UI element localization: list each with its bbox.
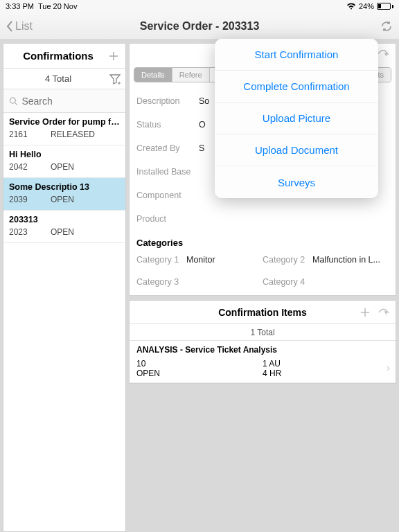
- item-title: ANALYSIS - Service Ticket Analysis: [136, 345, 389, 355]
- label-categories: Categories: [130, 231, 396, 251]
- sidebar-count: 4 Total: [8, 73, 109, 84]
- battery-icon: [377, 3, 393, 10]
- status-date: Tue 20 Nov: [38, 2, 77, 10]
- label-product: Product: [136, 214, 199, 224]
- filter-button[interactable]: [109, 73, 121, 85]
- sidebar-item[interactable]: 203313 2023OPEN: [3, 211, 125, 243]
- value-cat1: Monitor: [186, 255, 263, 265]
- share-items-button[interactable]: [378, 307, 390, 318]
- confirmation-item-row[interactable]: ANALYSIS - Service Ticket Analysis 101 A…: [130, 341, 396, 383]
- sidebar-item[interactable]: Service Order for pump fix FO... 2161REL…: [3, 113, 125, 145]
- popover-upload-picture[interactable]: Upload Picture: [215, 103, 378, 134]
- funnel-icon: [109, 73, 121, 85]
- share-icon: [378, 307, 390, 318]
- popover-complete-confirmation[interactable]: Complete Confirmation: [215, 71, 378, 103]
- sidebar-item-title: 203313: [9, 215, 120, 224]
- chevron-left-icon: [6, 20, 14, 33]
- popover-start-confirmation[interactable]: Start Confirmation: [215, 39, 378, 71]
- tab-references[interactable]: Refere: [172, 68, 210, 82]
- label-status: Status: [136, 120, 199, 130]
- label-cat3: Category 3: [136, 277, 186, 287]
- nav-bar: List Service Order - 203313: [0, 12, 399, 40]
- label-cat4: Category 4: [263, 277, 312, 287]
- value-cat2: Malfunction in L...: [312, 255, 389, 265]
- refresh-button[interactable]: [380, 19, 393, 33]
- plus-icon: [107, 50, 120, 62]
- sidebar-item[interactable]: Some Descriptio 13 2039OPEN: [3, 178, 125, 211]
- refresh-icon: [380, 19, 393, 33]
- wifi-icon: [346, 3, 356, 10]
- sidebar-title: Confirmations: [9, 50, 107, 62]
- items-total: 1 Total: [130, 324, 396, 341]
- sidebar-item-title: Some Descriptio 13: [9, 182, 120, 192]
- search-icon: [9, 96, 17, 106]
- back-button[interactable]: List: [6, 20, 33, 33]
- sidebar-item-title: Hi Hello: [9, 150, 120, 159]
- items-title: Confirmation Items: [218, 307, 307, 318]
- label-component: Component: [136, 190, 199, 200]
- add-confirmation-button[interactable]: [107, 50, 120, 62]
- value-status: O: [199, 120, 206, 130]
- value-description: So: [199, 96, 209, 106]
- sidebar-item-title: Service Order for pump fix FO...: [9, 117, 120, 127]
- action-popover: Start Confirmation Complete Confirmation…: [215, 39, 378, 198]
- label-cat2: Category 2: [263, 255, 312, 265]
- label-installed-base: Installed Base: [136, 167, 199, 177]
- label-description: Description: [136, 96, 199, 106]
- battery-percent: 24%: [359, 2, 374, 10]
- chevron-right-icon: ›: [387, 362, 390, 374]
- plus-icon: [360, 307, 371, 318]
- popover-surveys[interactable]: Surveys: [215, 166, 378, 198]
- tab-details[interactable]: Details: [134, 68, 172, 82]
- search-input[interactable]: [21, 96, 120, 107]
- search-row: [3, 89, 125, 113]
- back-label: List: [15, 20, 33, 33]
- svg-point-0: [10, 98, 15, 103]
- value-createdby: S: [199, 143, 204, 153]
- share-icon: [376, 48, 390, 60]
- confirmation-items-card: Confirmation Items 1 Total ANALYSIS - Se…: [129, 300, 396, 384]
- add-item-button[interactable]: [360, 307, 371, 318]
- sidebar-item[interactable]: Hi Hello 2042OPEN: [3, 145, 125, 178]
- share-button[interactable]: [376, 48, 390, 60]
- label-createdby: Created By: [136, 143, 199, 153]
- status-time: 3:33 PM: [6, 2, 34, 10]
- page-title: Service Order - 203313: [0, 20, 399, 33]
- sidebar: Confirmations 4 Total Service Order for …: [3, 43, 126, 532]
- label-cat1: Category 1: [136, 255, 186, 265]
- status-bar: 3:33 PM Tue 20 Nov 24%: [0, 0, 399, 12]
- popover-upload-document[interactable]: Upload Document: [215, 134, 378, 166]
